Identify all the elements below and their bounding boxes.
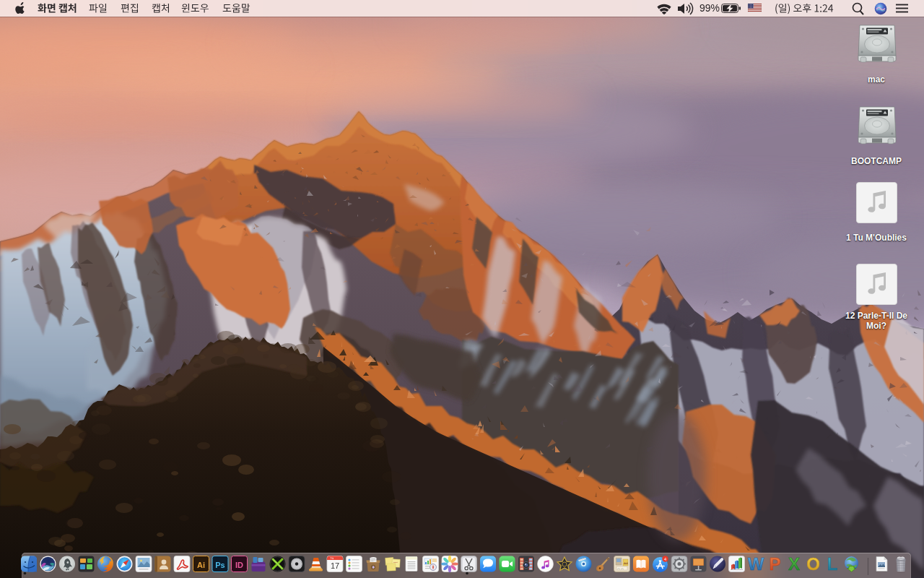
- svg-text:ID: ID: [235, 561, 243, 569]
- svg-text:O: O: [806, 554, 820, 574]
- svg-text:Ai: Ai: [197, 561, 205, 569]
- svg-text:X: X: [788, 554, 800, 574]
- svg-text:Right: Right: [393, 561, 398, 564]
- svg-text:P: P: [769, 554, 780, 574]
- svg-text:L: L: [827, 554, 838, 574]
- svg-text:17: 17: [331, 561, 339, 570]
- svg-text:4: 4: [664, 556, 667, 561]
- svg-text:W: W: [748, 554, 764, 574]
- svg-text:Ps: Ps: [215, 561, 225, 569]
- svg-text:7월: 7월: [331, 557, 334, 560]
